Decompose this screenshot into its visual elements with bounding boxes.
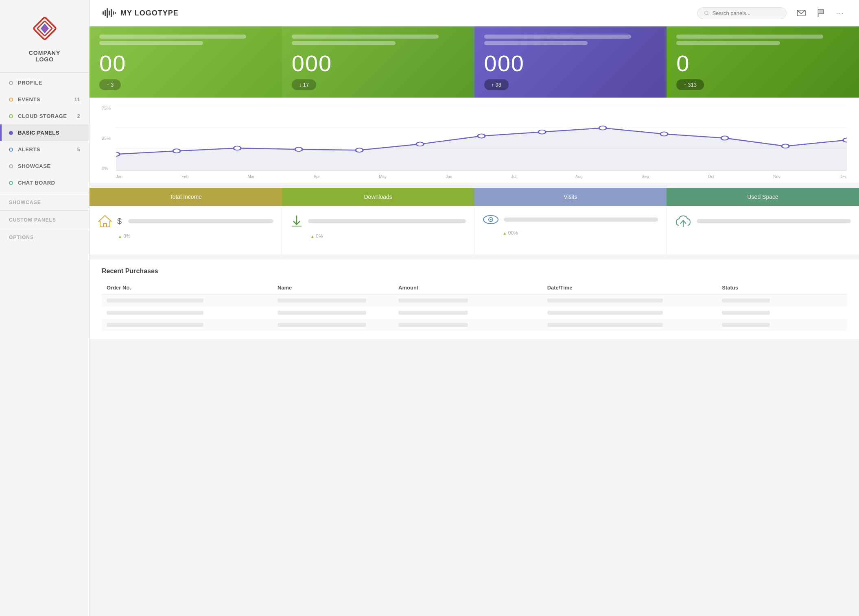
svg-point-26	[599, 126, 606, 130]
table-row	[102, 307, 847, 319]
col-order-no: Order No.	[102, 281, 273, 294]
downloads-value-bar	[308, 219, 466, 223]
stat-number-3: 000	[484, 52, 525, 75]
svg-point-23	[416, 142, 424, 146]
search-box[interactable]	[697, 7, 787, 19]
company-name-label: COMPANY LOGO	[29, 50, 61, 63]
nav-dot-events	[9, 98, 13, 102]
col-status: Status	[717, 281, 847, 294]
stat-number-4: 0	[676, 52, 690, 75]
svg-point-30	[843, 138, 847, 142]
svg-point-22	[356, 148, 363, 152]
header-logo-area: MY LOGOTYPE	[102, 6, 179, 20]
nav-dot-showcase	[9, 164, 13, 168]
nav-dot-alerts	[9, 148, 13, 152]
x-label-may: May	[379, 174, 387, 179]
stat-card-1: 00 ↑ 3	[90, 26, 282, 98]
sidebar-item-profile[interactable]: PROFILE	[0, 74, 89, 91]
stat-label-bar-3	[484, 35, 631, 39]
chart-container: 75% 25% 0%	[102, 106, 847, 179]
sidebar-item-events[interactable]: EVENTS 11	[0, 91, 89, 108]
dollar-sign: $	[117, 217, 122, 226]
purchases-table: Order No. Name Amount Date/Time Status	[102, 281, 847, 331]
amount-placeholder	[398, 323, 468, 327]
cloud-upload-icon	[675, 214, 692, 229]
search-input[interactable]	[712, 10, 780, 16]
status-placeholder	[722, 298, 770, 303]
svg-point-20	[234, 146, 241, 150]
stat-label-bar-1	[99, 35, 246, 39]
svg-point-11	[705, 11, 708, 14]
mail-icon-btn[interactable]	[795, 7, 808, 20]
logo-area: COMPANY LOGO	[20, 0, 69, 71]
used-space-value-bar	[697, 219, 851, 223]
chart-y-label-75: 75%	[102, 106, 111, 111]
status-placeholder	[722, 311, 770, 315]
sidebar: COMPANY LOGO PROFILE EVENTS 11 CLOUD STO…	[0, 0, 90, 616]
nav-dot-cloud-storage	[9, 114, 13, 118]
col-datetime: Date/Time	[542, 281, 717, 294]
alerts-badge: 5	[77, 147, 80, 152]
header-actions: ···	[795, 7, 847, 20]
search-icon	[704, 10, 709, 16]
nav-dot-chat-board	[9, 181, 13, 185]
svg-point-25	[538, 130, 546, 134]
stat-card-2: 000 ↓ 17	[282, 26, 474, 98]
content-area: 00 ↑ 3 000 ↓ 17 000 ↑ 98	[90, 26, 859, 616]
stat-badge-4: ↑ 313	[676, 79, 704, 90]
x-label-mar: Mar	[247, 174, 254, 179]
custom-panels-section-label: CUSTOM PANELS	[0, 212, 89, 226]
sidebar-item-label: ALERTS	[18, 146, 40, 152]
header-title: MY LOGOTYPE	[120, 9, 179, 17]
stat-sub-bar-1	[99, 41, 203, 45]
income-percent: ▲ 0%	[98, 233, 131, 239]
flag-icon-btn[interactable]	[814, 7, 827, 20]
svg-rect-8	[111, 9, 112, 17]
main-content: MY LOGOTYPE ···	[90, 0, 859, 616]
x-label-apr: Apr	[314, 174, 320, 179]
metric-header-downloads: Downloads	[282, 188, 474, 206]
sidebar-item-cloud-storage[interactable]: CLOUD STORAGE 2	[0, 108, 89, 124]
stat-badge-3: ↑ 98	[484, 79, 509, 90]
sidebar-item-label: CLOUD STORAGE	[18, 113, 67, 119]
more-options-btn[interactable]: ···	[834, 7, 847, 20]
income-value-bar	[128, 219, 273, 223]
flag-icon	[817, 9, 824, 17]
x-label-nov: Nov	[773, 174, 780, 179]
order-placeholder	[107, 323, 203, 327]
datetime-placeholder	[547, 323, 663, 327]
svg-point-28	[721, 136, 728, 140]
datetime-placeholder	[547, 311, 663, 315]
chart-section: 75% 25% 0%	[90, 98, 859, 183]
chart-area	[116, 106, 847, 171]
sidebar-item-label: EVENTS	[18, 96, 40, 102]
sidebar-item-label: BASIC PANELS	[18, 130, 59, 136]
chart-y-label-0: 0%	[102, 166, 111, 171]
sidebar-item-alerts[interactable]: ALERTS 5	[0, 141, 89, 158]
sidebar-divider-1	[0, 72, 89, 73]
metric-header-used-space: Used Space	[667, 188, 859, 206]
sidebar-item-basic-panels[interactable]: BASIC PANELS	[0, 124, 89, 141]
status-placeholder	[722, 323, 770, 327]
stat-card-3: 000 ↑ 98	[474, 26, 667, 98]
line-chart-svg	[116, 106, 847, 170]
x-label-jan: Jan	[116, 174, 122, 179]
svg-rect-7	[109, 11, 110, 15]
svg-point-24	[478, 134, 485, 138]
house-icon	[98, 214, 112, 229]
sidebar-divider-3	[0, 210, 89, 211]
svg-point-29	[782, 144, 789, 148]
sidebar-item-showcase[interactable]: SHOWCASE	[0, 158, 89, 174]
svg-rect-10	[115, 12, 116, 14]
table-section: Recent Purchases Order No. Name Amount D…	[90, 259, 859, 339]
name-placeholder	[278, 311, 367, 315]
sidebar-item-chat-board[interactable]: CHAT BOARD	[0, 174, 89, 191]
download-icon	[290, 214, 303, 229]
svg-rect-5	[105, 10, 106, 16]
stat-sub-bar-3	[484, 41, 588, 45]
sidebar-item-label: SHOWCASE	[18, 163, 51, 169]
metric-body-income: $ ▲ 0%	[90, 206, 282, 255]
metric-body-visits: ▲ 00%	[474, 206, 667, 255]
svg-rect-4	[103, 11, 104, 15]
metric-header-visits: Visits	[474, 188, 667, 206]
